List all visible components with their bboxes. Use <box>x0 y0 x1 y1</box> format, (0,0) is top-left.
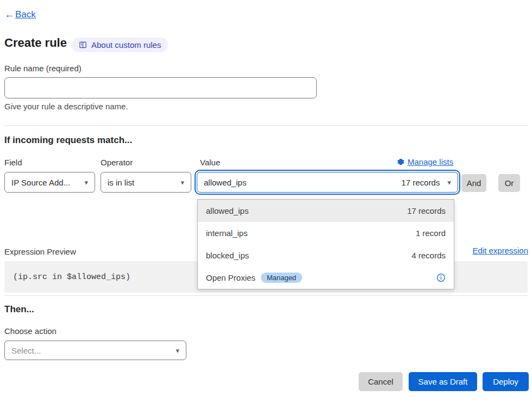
list-item-records: 1 record <box>416 228 446 238</box>
list-item-allowed-ips[interactable]: allowed_ips 17 records <box>198 200 454 222</box>
managed-badge: Managed <box>261 273 302 283</box>
list-item-name: internal_ips <box>206 228 248 238</box>
chevron-down-icon: ▾ <box>447 179 451 186</box>
field-selected-value: IP Source Add... <box>11 178 70 187</box>
rule-name-helper-text: Give your rule a descriptive name. <box>4 102 128 111</box>
rule-name-label: Rule name (required) <box>4 64 82 73</box>
list-item-name: blocked_ips <box>206 251 249 260</box>
about-custom-rules-label: About custom rules <box>91 40 161 50</box>
list-item-name: allowed_ips <box>206 206 248 215</box>
list-item-open-proxies[interactable]: Open Proxies Managed <box>198 267 454 289</box>
operator-select[interactable]: is in list ▾ <box>101 172 191 193</box>
lists-dropdown: allowed_ips 17 records internal_ips 1 re… <box>197 199 454 289</box>
about-custom-rules-link[interactable]: About custom rules <box>72 38 168 52</box>
choose-action-label: Choose action <box>4 326 57 336</box>
action-placeholder: Select... <box>11 346 41 355</box>
value-label: Value <box>200 158 220 167</box>
operator-label: Operator <box>101 158 133 167</box>
expression-code: (ip.src in $allowed_ips) <box>4 273 130 282</box>
action-select[interactable]: Select... ▾ <box>4 341 186 360</box>
field-select[interactable]: IP Source Add... ▾ <box>4 172 95 193</box>
chevron-down-icon: ▾ <box>176 347 179 354</box>
book-icon <box>79 41 87 49</box>
gear-icon <box>397 158 404 165</box>
chevron-down-icon: ▾ <box>180 179 184 186</box>
list-item-name: Open Proxies <box>206 273 255 282</box>
match-section-heading: If incoming requests match... <box>4 135 132 146</box>
manage-lists-link[interactable]: Manage lists <box>397 157 453 166</box>
list-item-blocked-ips[interactable]: blocked_ips 4 records <box>198 244 454 267</box>
section-divider <box>4 125 528 126</box>
or-button[interactable]: Or <box>498 174 520 192</box>
back-link[interactable]: ← Back <box>4 9 36 21</box>
create-rule-page: ← Back Create rule About custom rules Ru… <box>0 0 532 402</box>
and-button[interactable]: And <box>461 174 486 192</box>
list-item-records: 17 records <box>407 206 446 215</box>
cancel-button[interactable]: Cancel <box>359 372 403 391</box>
edit-expression-link[interactable]: Edit expression <box>472 246 528 255</box>
section-divider <box>4 295 528 296</box>
chevron-down-icon: ▾ <box>84 179 88 186</box>
save-as-draft-button[interactable]: Save as Draft <box>409 372 477 391</box>
value-select[interactable]: allowed_ips 17 records ▾ <box>197 172 458 193</box>
value-selected-name: allowed_ips <box>204 178 246 187</box>
field-label: Field <box>4 158 22 167</box>
rule-name-input[interactable] <box>4 77 317 98</box>
operator-selected-value: is in list <box>108 178 134 187</box>
back-arrow-icon: ← <box>4 9 15 21</box>
value-selected-records: 17 records <box>402 178 440 187</box>
page-title: Create rule <box>4 36 67 50</box>
info-icon[interactable] <box>436 273 446 282</box>
then-heading: Then... <box>4 304 34 315</box>
manage-lists-label: Manage lists <box>408 157 453 166</box>
back-link-label: Back <box>15 9 36 20</box>
list-item-internal-ips[interactable]: internal_ips 1 record <box>198 222 454 244</box>
expression-preview-label: Expression Preview <box>4 247 76 256</box>
list-item-records: 4 records <box>411 251 446 260</box>
deploy-button[interactable]: Deploy <box>483 372 529 391</box>
